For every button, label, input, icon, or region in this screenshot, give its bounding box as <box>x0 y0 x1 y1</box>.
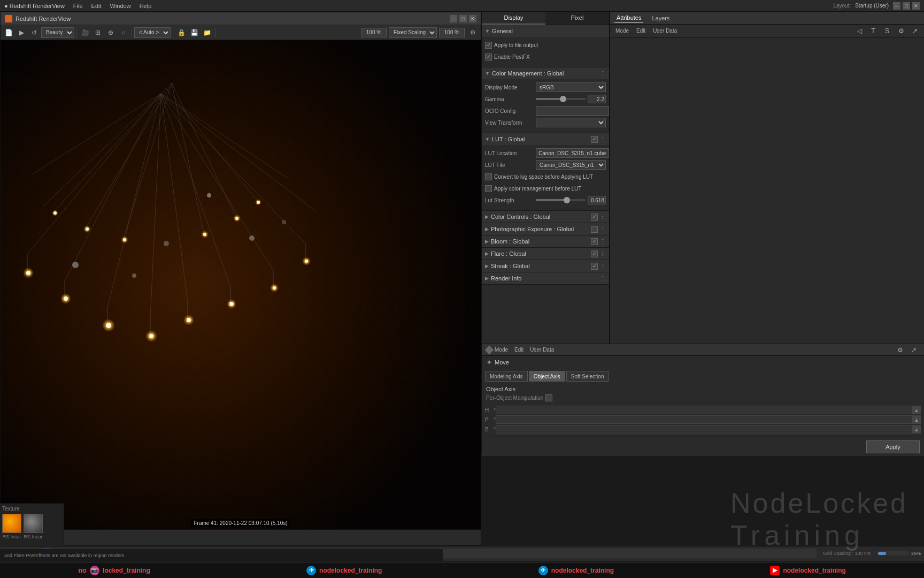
convert-log-check[interactable] <box>485 173 492 180</box>
gamma-track[interactable] <box>536 98 586 100</box>
render-play-icon[interactable]: ▶ <box>16 27 27 39</box>
close-button[interactable]: ✕ <box>912 2 920 10</box>
modeling-axis-tab[interactable]: Modeling Axis <box>485 371 528 382</box>
lut-location-input[interactable] <box>536 148 609 158</box>
general-arrow: ▼ <box>485 28 490 34</box>
circle-icon[interactable]: ○ <box>118 27 129 39</box>
render-maximize[interactable]: □ <box>459 15 467 22</box>
pe-enabled-check[interactable] <box>591 226 598 233</box>
save-icon[interactable]: 💾 <box>188 27 200 39</box>
menu-file[interactable]: File <box>73 3 83 9</box>
section-lut-header[interactable]: ▼ LUT : Global ⋮ <box>482 133 609 145</box>
attr-icon-4[interactable]: ⚙ <box>895 25 907 37</box>
enable-postfx-check[interactable] <box>485 54 492 60</box>
b-input[interactable] <box>496 425 912 434</box>
attr-icon-3[interactable]: S <box>881 25 893 37</box>
swatch-orange[interactable] <box>2 514 21 533</box>
attr2-icon-1[interactable]: ⚙ <box>894 344 906 356</box>
render-close[interactable]: ✕ <box>469 15 476 22</box>
lut-strength-track[interactable] <box>536 199 586 201</box>
attr2-edit-btn[interactable]: Edit <box>514 347 523 353</box>
attr-icon-5[interactable]: ↗ <box>909 25 921 37</box>
attr2-mode-btn[interactable]: Mode <box>495 347 508 353</box>
section-flare-header[interactable]: ▶ Flare : Global ⋮ <box>482 248 609 260</box>
lut-strength-value[interactable] <box>588 196 606 204</box>
tab-display[interactable]: Display <box>482 12 545 25</box>
h-label: H <box>485 407 494 413</box>
lut-file-dropdown[interactable]: Canon_DSC_S315_n1 <box>536 160 606 170</box>
apply-button[interactable]: Apply <box>866 440 920 453</box>
swatch-gray[interactable] <box>24 514 43 533</box>
attr-tab-attributes[interactable]: Attributes <box>614 13 643 23</box>
per-object-check[interactable] <box>545 394 552 401</box>
attr2-userdata-btn[interactable]: User Data <box>530 347 554 353</box>
crosshair-icon[interactable]: ⊕ <box>105 27 117 39</box>
object-axis-tab[interactable]: Object Axis <box>529 371 565 382</box>
render-mode-dropdown[interactable]: Beauty <box>41 27 74 38</box>
p-up-btn[interactable]: ▲ <box>912 415 921 424</box>
attr-tab-layers[interactable]: Layers <box>650 14 672 22</box>
view-transform-dropdown[interactable] <box>536 118 606 127</box>
pe-header-controls: ⋮ <box>591 226 606 233</box>
section-bloom-header[interactable]: ▶ Bloom : Global ⋮ <box>482 235 609 247</box>
menu-help[interactable]: Help <box>140 3 152 9</box>
render-info-menu-icon[interactable]: ⋮ <box>600 275 606 282</box>
attr-userdata-btn[interactable]: User Data <box>651 27 679 35</box>
lock-icon[interactable]: 🔒 <box>175 27 187 39</box>
apply-color-mgmt-check[interactable] <box>485 185 492 192</box>
menu-edit[interactable]: Edit <box>91 3 102 9</box>
attr-icon-2[interactable]: T <box>867 25 879 37</box>
apply-file-output-check[interactable] <box>485 42 492 49</box>
flare-enabled-check[interactable] <box>591 250 598 257</box>
ocio-config-input[interactable] <box>536 106 609 116</box>
camera-icon[interactable]: 🎥 <box>79 27 91 39</box>
render-minimize[interactable]: ─ <box>450 15 457 22</box>
timeline-zoom-bar[interactable] <box>877 551 909 556</box>
gamma-thumb[interactable] <box>560 96 566 102</box>
grid-icon[interactable]: ⊞ <box>92 27 104 39</box>
tab-pixel[interactable]: Pixel <box>545 12 609 25</box>
section-color-controls-header[interactable]: ▶ Color Controls : Global ⋮ <box>482 211 609 223</box>
settings-icon[interactable]: ⚙ <box>467 27 479 39</box>
auto-dropdown[interactable]: < Auto > <box>134 27 171 38</box>
pe-menu-icon[interactable]: ⋮ <box>600 226 606 233</box>
attr-icon-1[interactable]: ◁ <box>853 25 865 37</box>
maximize-button[interactable]: □ <box>903 2 910 10</box>
section-render-info-header[interactable]: ▶ Render Info ⋮ <box>482 272 609 284</box>
section-general-header[interactable]: ▼ General <box>482 25 609 37</box>
attr-edit-btn[interactable]: Edit <box>634 27 648 35</box>
minimize-button[interactable]: ─ <box>893 2 900 10</box>
display-mode-dropdown[interactable]: sRGB <box>536 82 606 92</box>
svg-point-57 <box>249 235 255 241</box>
folder-icon[interactable]: 📁 <box>201 27 213 39</box>
file-icon[interactable]: 📄 <box>3 27 14 39</box>
flare-menu-icon[interactable]: ⋮ <box>600 250 606 257</box>
h-input[interactable] <box>496 406 912 414</box>
cc-enabled-check[interactable] <box>591 214 598 220</box>
attr-mode-btn[interactable]: Mode <box>613 27 631 35</box>
scaling-dropdown[interactable]: Fixed Scaling <box>389 27 437 38</box>
render-progress: Progressive Rendering... <box>1 529 481 545</box>
menu-window[interactable]: Window <box>110 3 131 9</box>
streak-enabled-check[interactable] <box>591 263 598 270</box>
zoom-percent2-input[interactable] <box>439 28 465 37</box>
section-streak-header[interactable]: ▶ Streak : Global ⋮ <box>482 260 609 272</box>
streak-menu-icon[interactable]: ⋮ <box>600 263 606 270</box>
soft-selection-tab[interactable]: Soft Selection <box>566 371 609 382</box>
zoom-percent-input[interactable] <box>361 28 387 37</box>
b-up-btn[interactable]: ▲ <box>912 425 921 434</box>
color-mgmt-menu-icon[interactable]: ⋮ <box>600 70 606 77</box>
h-up-btn[interactable]: ▲ <box>912 406 921 414</box>
lut-enabled-check[interactable] <box>591 136 598 143</box>
lut-menu-icon[interactable]: ⋮ <box>600 136 606 143</box>
cc-menu-icon[interactable]: ⋮ <box>600 214 606 220</box>
gamma-value[interactable] <box>588 95 606 103</box>
p-input[interactable] <box>496 415 912 424</box>
lut-strength-thumb[interactable] <box>564 197 570 203</box>
refresh-icon[interactable]: ↺ <box>28 27 40 39</box>
section-color-mgmt-header[interactable]: ▼ Color Management : Global ⋮ <box>482 67 609 79</box>
section-photo-exposure-header[interactable]: ▶ Photographic Exposure : Global ⋮ <box>482 223 609 235</box>
attr2-icon-2[interactable]: ↗ <box>908 344 920 356</box>
bloom-menu-icon[interactable]: ⋮ <box>600 238 606 245</box>
bloom-enabled-check[interactable] <box>591 238 598 245</box>
